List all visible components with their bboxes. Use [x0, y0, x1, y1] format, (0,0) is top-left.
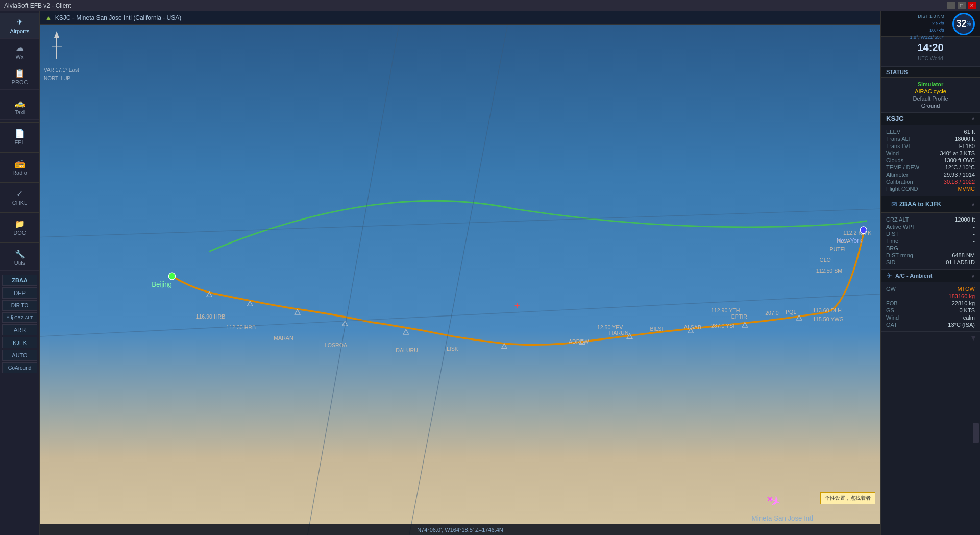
- temp-label: TEMP / DEW: [886, 164, 919, 171]
- sidebar-item-utils[interactable]: 🔧 Utils: [0, 245, 39, 271]
- svg-text:115.50 YWG: 115.50 YWG: [813, 315, 844, 322]
- titlebar-controls: — □ ✕: [947, 2, 976, 9]
- brg-row: BRG -: [886, 245, 975, 252]
- svg-text:Beijing: Beijing: [152, 281, 172, 288]
- coord-display: N74°06.0', W164°18.5' Z=1746.4N: [417, 527, 503, 533]
- trans-lvl-value: FL180: [959, 143, 975, 149]
- sidebar-item-fpl[interactable]: 📄 FPL: [0, 125, 39, 150]
- sidebar-label-radio: Radio: [12, 169, 27, 176]
- adj-crz-button[interactable]: Adj CRZ ALT: [2, 312, 37, 323]
- ground-value: Ground: [921, 103, 940, 109]
- svg-text:+: +: [514, 301, 520, 311]
- status-section-header[interactable]: STATUS: [881, 67, 980, 78]
- ac-wind-label: Wind: [886, 314, 899, 321]
- brg-label: BRG: [886, 245, 898, 251]
- ksjc-section-header[interactable]: KSJC ∧: [881, 113, 980, 125]
- svg-text:Mineta San Jose Intl: Mineta San Jose Intl: [752, 515, 813, 522]
- radio-icon: 📻: [15, 159, 25, 168]
- svg-marker-37: [502, 344, 507, 349]
- sidebar-item-doc[interactable]: 📁 DOC: [0, 215, 39, 240]
- svg-text:113.60 DLH: 113.60 DLH: [813, 307, 842, 313]
- goaround-button[interactable]: GoAround: [2, 362, 37, 373]
- minimize-button[interactable]: —: [947, 2, 955, 9]
- svg-marker-41: [742, 322, 748, 327]
- svg-marker-35: [342, 321, 348, 326]
- sidebar-item-proc[interactable]: 📋 PROC: [0, 64, 39, 90]
- map-topbar: ▲ KSJC - Mineta San Jose Intl (Californi…: [40, 11, 880, 25]
- altimeter-label: Altimeter: [886, 172, 908, 178]
- svg-point-3: [168, 273, 175, 280]
- route-section-header[interactable]: ✉ ZBAA to KJFK ∧: [881, 196, 980, 213]
- sid-value: 01 LAD51D: [946, 259, 975, 265]
- svg-marker-38: [579, 339, 585, 345]
- zbaa-button[interactable]: ZBAA: [2, 275, 37, 286]
- crz-alt-row: CRZ ALT 12000 ft: [886, 216, 975, 223]
- wind-value: 340° at 3 KTS: [940, 150, 975, 156]
- sidebar-label-doc: DOC: [13, 230, 26, 236]
- svg-text:ALSAB: ALSAB: [684, 324, 701, 330]
- profile-status: Default Profile: [886, 95, 975, 102]
- ac-wind-value: calm: [963, 314, 975, 321]
- ac-expand-icon: ∧: [971, 273, 975, 279]
- svg-marker-42: [796, 315, 802, 320]
- ksjc-expand-icon: ∧: [971, 116, 975, 121]
- svg-line-46: [40, 209, 880, 237]
- dir-to-button[interactable]: DIR TO: [2, 300, 37, 311]
- trans-alt-label: Trans ALT: [886, 136, 912, 142]
- svg-text:EPTIR: EPTIR: [731, 313, 747, 320]
- status-title: STATUS: [886, 69, 908, 75]
- airport-indicator: ▲ KSJC - Mineta San Jose Intl (Californi…: [45, 14, 181, 22]
- airport-name: KSJC - Mineta San Jose Intl (California …: [55, 14, 181, 21]
- gw-diff-row: -183160 kg: [886, 293, 975, 300]
- dep-button[interactable]: DEP: [2, 287, 37, 299]
- titlebar-title: AivlaSoft EFB v2 - Client: [4, 2, 71, 9]
- sidebar-item-taxi[interactable]: 🚕 Taxi: [0, 94, 39, 120]
- arr-button[interactable]: ARR: [2, 324, 37, 335]
- titlebar: AivlaSoft EFB v2 - Client — □ ✕: [0, 0, 980, 11]
- time-section: 14:20 UTC World: [881, 37, 980, 67]
- sidebar-item-airports[interactable]: ✈ Airports: [0, 13, 39, 39]
- svg-marker-39: [627, 334, 632, 339]
- heading-circle: 32 %: [952, 13, 975, 35]
- simulator-value: Simulator: [918, 81, 944, 87]
- dist-rmng-row: DIST rmng 6488 NM: [886, 252, 975, 259]
- ac-section-header[interactable]: ✈ A/C - Ambient ∧: [881, 270, 980, 282]
- svg-text:LISKI: LISKI: [447, 346, 460, 352]
- svg-line-45: [40, 294, 880, 336]
- active-wpt-value: -: [973, 224, 975, 230]
- route-dist-label: DIST: [886, 231, 899, 237]
- close-button[interactable]: ✕: [968, 2, 976, 9]
- scroll-indicator[interactable]: [973, 423, 979, 443]
- svg-marker-40: [688, 328, 694, 333]
- ac-title: A/C - Ambient: [895, 273, 932, 279]
- svg-line-44: [308, 25, 399, 535]
- map-overlay-compass: VAR 17.1° East NORTH UP: [44, 29, 79, 83]
- route-dist-value: -: [973, 231, 975, 237]
- sidebar-label-utils: Utils: [14, 260, 25, 266]
- map-canvas[interactable]: VAR 17.1° East NORTH UP Beijing New York: [40, 25, 880, 535]
- sidebar: ✈ Airports ☁ Wx 📋 PROC 🚕 Taxi 📄 FPL 📻 Ra…: [0, 11, 40, 535]
- elev-label: ELEV: [886, 129, 900, 135]
- dist-label: DIST 1.0 NM: [910, 13, 944, 20]
- sidebar-item-wx[interactable]: ☁ Wx: [0, 39, 39, 64]
- svg-text:DALURU: DALURU: [396, 347, 418, 353]
- status-section: Simulator AIRAC cycle Default Profile Gr…: [881, 78, 980, 113]
- trans-lvl-label: Trans LVL: [886, 143, 912, 149]
- sidebar-item-radio[interactable]: 📻 Radio: [0, 155, 39, 180]
- ksjc-section: ELEV 61 ft Trans ALT 18000 ft Trans LVL …: [881, 125, 980, 196]
- sid-row: SID 01 LAD51D: [886, 259, 975, 266]
- svg-text:12.50 YEV: 12.50 YEV: [597, 324, 623, 330]
- gw-value: MTOW: [957, 286, 975, 292]
- clouds-label: Clouds: [886, 157, 903, 163]
- svg-text:PQL: PQL: [786, 308, 796, 314]
- map-area[interactable]: ▲ KSJC - Mineta San Jose Intl (Californi…: [40, 11, 880, 535]
- active-wpt-label: Active WPT: [886, 224, 915, 230]
- fob-row: FOB 22810 kg: [886, 300, 975, 307]
- sidebar-label-taxi: Taxi: [15, 109, 25, 115]
- auto-button[interactable]: AUTO: [2, 350, 37, 361]
- sidebar-item-chkl[interactable]: ✓ CHKL: [0, 185, 39, 210]
- kjfk-button[interactable]: KJFK: [2, 337, 37, 348]
- scroll-arrow[interactable]: ▼: [881, 332, 980, 344]
- maximize-button[interactable]: □: [958, 2, 966, 9]
- elev-row: ELEV 61 ft: [886, 128, 975, 135]
